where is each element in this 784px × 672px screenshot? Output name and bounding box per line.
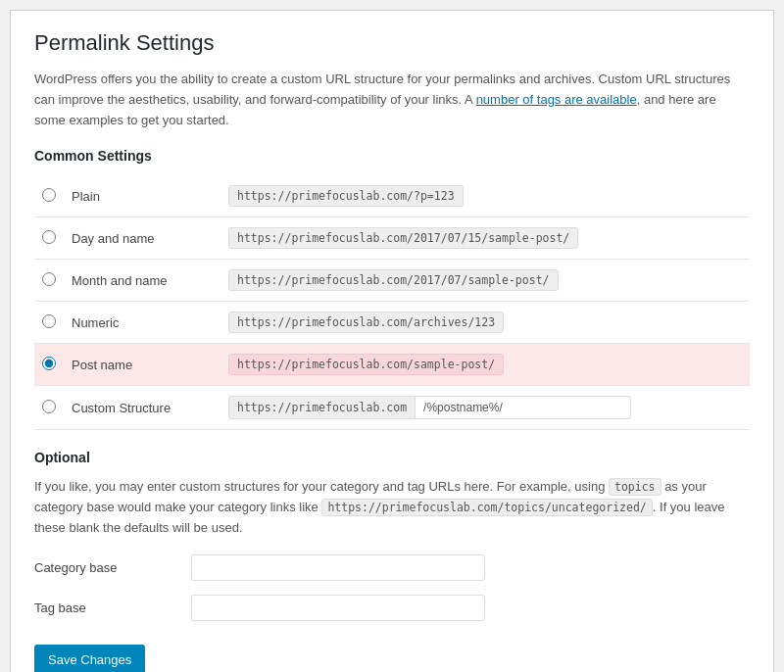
tag-base-input[interactable]	[191, 595, 485, 621]
page-title: Permalink Settings	[34, 30, 750, 56]
option-label-post-name: Post name	[64, 344, 220, 386]
option-label-numeric: Numeric	[64, 302, 220, 344]
option-label-day-and-name: Day and name	[64, 217, 220, 260]
save-changes-button[interactable]: Save Changes	[34, 645, 145, 672]
example-url-inline: https://primefocuslab.com/topics/uncateg…	[321, 499, 652, 516]
radio-post-name[interactable]	[42, 357, 56, 370]
category-base-label: Category base	[34, 560, 191, 575]
common-settings-table: Plain https://primefocuslab.com/?p=123 D…	[34, 175, 750, 430]
custom-structure-input[interactable]	[416, 396, 631, 419]
content-box: Permalink Settings WordPress offers you …	[10, 10, 774, 672]
radio-plain[interactable]	[42, 188, 56, 202]
table-row: Numeric https://primefocuslab.com/archiv…	[34, 302, 750, 344]
optional-heading: Optional	[34, 450, 750, 465]
table-row-custom: Custom Structure https://primefocuslab.c…	[34, 386, 750, 430]
common-settings-heading: Common Settings	[34, 148, 750, 164]
table-row: Day and name https://primefocuslab.com/2…	[34, 217, 750, 260]
url-badge-month-and-name: https://primefocuslab.com/2017/07/sample…	[228, 269, 559, 291]
tag-base-label: Tag base	[34, 600, 191, 615]
radio-custom-structure[interactable]	[42, 400, 56, 413]
url-badge-numeric: https://primefocuslab.com/archives/123	[228, 312, 504, 333]
custom-url-prefix: https://primefocuslab.com	[228, 396, 416, 419]
page-wrapper: Permalink Settings WordPress offers you …	[0, 0, 784, 672]
option-label-custom-structure: Custom Structure	[64, 386, 220, 430]
tag-base-row: Tag base	[34, 595, 750, 621]
option-label-plain: Plain	[64, 175, 220, 217]
table-row-selected: Post name https://primefocuslab.com/samp…	[34, 344, 750, 386]
table-row: Plain https://primefocuslab.com/?p=123	[34, 175, 750, 217]
category-base-row: Category base	[34, 554, 750, 581]
category-base-input[interactable]	[191, 554, 485, 581]
topics-code: topics	[609, 478, 662, 496]
optional-desc: If you like, you may enter custom struct…	[34, 477, 750, 538]
option-label-month-and-name: Month and name	[64, 260, 220, 302]
url-badge-post-name: https://primefocuslab.com/sample-post/	[228, 354, 504, 375]
radio-numeric[interactable]	[42, 314, 56, 328]
url-badge-plain: https://primefocuslab.com/?p=123	[228, 185, 464, 207]
table-row: Month and name https://primefocuslab.com…	[34, 260, 750, 302]
radio-month-and-name[interactable]	[42, 272, 56, 286]
custom-url-group: https://primefocuslab.com	[228, 396, 742, 419]
intro-text: WordPress offers you the ability to crea…	[34, 70, 750, 130]
url-badge-day-and-name: https://primefocuslab.com/2017/07/15/sam…	[228, 227, 578, 249]
tags-available-link[interactable]: number of tags are available	[476, 92, 637, 107]
radio-day-and-name[interactable]	[42, 230, 56, 244]
